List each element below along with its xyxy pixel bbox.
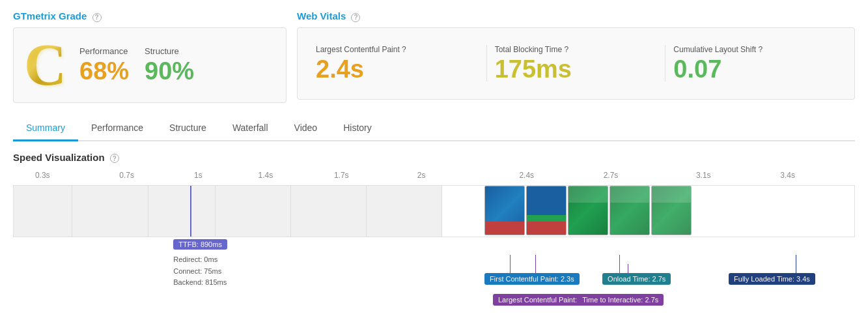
performance-metric: Performance 68% — [79, 46, 129, 83]
onload-badge: Onload Time: 2.7s — [602, 273, 671, 285]
label-5: 2s — [417, 171, 426, 180]
label-8: 3.1s — [696, 171, 711, 180]
structure-value: 90% — [145, 59, 194, 83]
screenshot-2 — [526, 186, 567, 235]
flt-badge: Fully Loaded Time: 3.4s — [729, 273, 815, 285]
tbt-value: 175ms — [495, 57, 658, 81]
tab-history[interactable]: History — [330, 116, 385, 141]
cls-label: Cumulative Layout Shift ? — [673, 45, 836, 54]
lcp-line — [535, 255, 536, 273]
cls-help-icon[interactable]: ? — [758, 45, 763, 54]
gtmetrix-title: GTmetrix Grade ? — [13, 10, 287, 22]
fcp-badge: First Contentful Paint: 2.3s — [484, 273, 580, 285]
ttfb-label: TTFB: 890ms — [173, 239, 227, 250]
tab-performance[interactable]: Performance — [78, 116, 156, 141]
timeline-bar: TTFB: 890ms Redirect: 0ms Connect: 75ms … — [13, 185, 855, 237]
gtmetrix-help-icon[interactable]: ? — [92, 13, 102, 22]
screenshot-4 — [609, 186, 650, 235]
grade-letter: C — [24, 36, 66, 94]
tab-waterfall[interactable]: Waterfall — [219, 116, 281, 141]
cls-value: 0.07 — [673, 57, 836, 81]
ttfb-redirect: Redirect: 0ms — [173, 254, 227, 266]
tbt-label: Total Blocking Time ? — [495, 45, 658, 54]
tab-summary[interactable]: Summary — [13, 116, 78, 141]
label-9: 3.4s — [780, 171, 795, 180]
tab-video[interactable]: Video — [281, 116, 331, 141]
speed-viz-title: Speed Visualization ? — [13, 152, 855, 164]
timeline-labels: 0.3s 0.7s 1s 1.4s 1.7s 2s 2.4s 2.7s 3.1s… — [13, 171, 855, 184]
tbt-help-icon[interactable]: ? — [564, 45, 568, 54]
annotations-row: First Contentful Paint: 2.3s Onload Time… — [13, 273, 855, 319]
lcp-value: 2.4s — [316, 57, 479, 81]
structure-label: Structure — [145, 46, 194, 56]
onload-line — [619, 255, 620, 273]
web-vitals-section: Web Vitals ? Largest Contentful Paint ? … — [297, 10, 855, 103]
speed-viz-help-icon[interactable]: ? — [110, 154, 119, 163]
web-vitals-title: Web Vitals ? — [297, 10, 855, 22]
timeline-container: 0.3s 0.7s 1s 1.4s 1.7s 2s 2.4s 2.7s 3.1s… — [13, 171, 855, 319]
screenshot-5 — [651, 186, 692, 235]
label-6: 2.4s — [519, 171, 534, 180]
performance-value: 68% — [79, 59, 129, 83]
gtmetrix-grade-section: GTmetrix Grade ? C Performance 68% Struc… — [13, 10, 287, 103]
structure-metric: Structure 90% — [145, 46, 194, 83]
tti-line — [628, 264, 628, 273]
fcp-line — [510, 255, 511, 273]
vitals-box: Largest Contentful Paint ? 2.4s Total Bl… — [297, 27, 855, 100]
web-vitals-help-icon[interactable]: ? — [351, 13, 360, 22]
label-1: 0.7s — [119, 171, 134, 180]
label-2: 1s — [194, 171, 203, 180]
lcp-label: Largest Contentful Paint ? — [316, 45, 479, 54]
grade-box: C Performance 68% Structure 90% — [13, 27, 287, 103]
performance-label: Performance — [79, 46, 129, 56]
screenshot-1 — [484, 186, 525, 235]
flt-line — [796, 255, 796, 273]
grade-metrics: Performance 68% Structure 90% — [79, 46, 194, 83]
lcp-metric: Largest Contentful Paint ? 2.4s — [308, 45, 487, 81]
label-0: 0.3s — [35, 171, 50, 180]
tti-badge: Time to Interactive: 2.7s — [577, 294, 664, 306]
label-4: 1.7s — [334, 171, 349, 180]
tab-structure[interactable]: Structure — [156, 116, 219, 141]
tabs-row: Summary Performance Structure Waterfall … — [13, 116, 855, 141]
tbt-metric: Total Blocking Time ? 175ms — [487, 45, 666, 81]
cls-metric: Cumulative Layout Shift ? 0.07 — [665, 45, 844, 81]
lcp-help-icon[interactable]: ? — [402, 45, 406, 54]
ttfb-marker — [190, 186, 191, 237]
screenshot-3 — [568, 186, 608, 235]
label-3: 1.4s — [259, 171, 273, 180]
label-7: 2.7s — [604, 171, 619, 180]
